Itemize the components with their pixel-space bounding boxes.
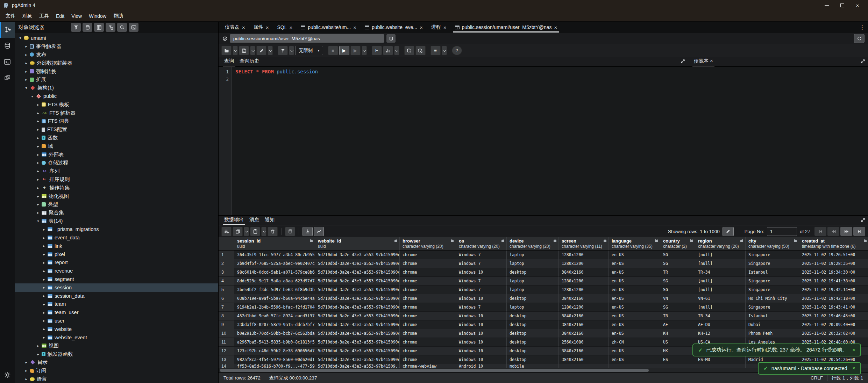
grid-cell[interactable]: laptop bbox=[507, 303, 559, 312]
tree-item[interactable]: ▸ 语言 bbox=[15, 375, 218, 383]
grid-cell[interactable]: desktop bbox=[507, 320, 559, 329]
sql-editor[interactable]: 1 2 SELECT * FROM public.session bbox=[219, 67, 688, 215]
grid-cell[interactable]: en-US bbox=[609, 277, 660, 286]
grid-cell[interactable]: Windows 7 bbox=[456, 286, 507, 294]
tree-item[interactable]: ▾ public bbox=[15, 92, 218, 101]
tree-expander-icon[interactable]: ▸ bbox=[41, 269, 47, 273]
grid-cell[interactable]: en-US bbox=[609, 312, 660, 320]
minimize-icon[interactable] bbox=[819, 0, 834, 10]
grid-cell[interactable]: AE bbox=[660, 320, 695, 329]
object-explorer-icon[interactable] bbox=[0, 22, 15, 38]
toast-close-icon[interactable]: × bbox=[852, 365, 855, 371]
document-tab[interactable]: SQL × bbox=[273, 22, 297, 33]
connection-selector[interactable]: public.session/umami/user_M5zbtY@nas bbox=[230, 34, 384, 43]
grid-cell[interactable]: Windows 7 bbox=[456, 303, 507, 312]
grid-cell[interactable]: en-US bbox=[609, 294, 660, 303]
grid-cell[interactable] bbox=[609, 364, 660, 368]
grid-cell[interactable]: 2b9d4f5f-7685-525a-abec-9e02407ca... bbox=[234, 259, 315, 268]
save-options-icon[interactable] bbox=[250, 46, 255, 55]
grid-cell[interactable]: Dubai bbox=[746, 320, 799, 329]
tree-expander-icon[interactable]: ▸ bbox=[23, 360, 29, 364]
grid-cell[interactable]: [null] bbox=[695, 277, 746, 286]
chart-icon[interactable] bbox=[314, 227, 324, 236]
grid-cell[interactable]: en-US bbox=[609, 251, 660, 259]
column-header[interactable]: browsercharacter varying (20) bbox=[400, 237, 456, 250]
tree-item[interactable]: ▸ 域 bbox=[15, 142, 218, 150]
grid-cell[interactable]: chrome bbox=[400, 347, 456, 355]
grid-cell[interactable]: 5d710dbd-3a2e-43e3-a553-97b415090c... bbox=[315, 259, 400, 268]
grid-cell[interactable]: ES bbox=[660, 355, 695, 364]
grid-cell[interactable]: 5d710dbd-3a2e-43e3-a553-97b415090c... bbox=[315, 355, 400, 364]
grid-icon[interactable] bbox=[94, 23, 104, 32]
grid-corner[interactable] bbox=[219, 237, 234, 250]
grid-cell[interactable]: 038b719e-89af-5b97-b60a-94cbe44af... bbox=[234, 294, 315, 303]
grid-cell[interactable]: SG bbox=[660, 259, 695, 268]
document-tab[interactable]: public.website_eve... × bbox=[361, 22, 427, 33]
tree-item[interactable]: ▸ 视图 bbox=[15, 341, 218, 350]
next-page-icon[interactable] bbox=[840, 227, 852, 236]
grid-cell[interactable]: 364c35f9-1fcc-5977-a3b4-80c7b955fb... bbox=[234, 251, 315, 259]
filter-icon[interactable] bbox=[71, 23, 81, 32]
menu-item[interactable]: Window bbox=[85, 10, 110, 21]
grid-cell[interactable]: 2025-11-02 19:43:41+00 bbox=[799, 303, 868, 312]
tree-expander-icon[interactable]: ▸ bbox=[23, 53, 29, 57]
grid-cell[interactable]: Istanbul bbox=[746, 312, 799, 320]
tree-expander-icon[interactable]: ▸ bbox=[35, 153, 41, 157]
tree-expander-icon[interactable]: ▾ bbox=[23, 86, 29, 90]
expand-icon[interactable] bbox=[861, 59, 865, 65]
tree-expander-icon[interactable]: ▸ bbox=[23, 61, 29, 65]
tree-expander-icon[interactable]: ▸ bbox=[41, 302, 47, 306]
edit-pen-icon[interactable] bbox=[256, 46, 266, 55]
grid-cell[interactable]: 2025-11-02 19:46:45+00 bbox=[799, 312, 868, 320]
tree-item[interactable]: ▸ + 操作符集 bbox=[15, 183, 218, 192]
grid-cell[interactable]: laptop bbox=[507, 277, 559, 286]
grid-cell[interactable]: chrome bbox=[400, 320, 456, 329]
grid-cell[interactable]: en-US bbox=[609, 320, 660, 329]
tree-expander-icon[interactable]: ▸ bbox=[41, 236, 47, 240]
tree-expander-icon[interactable]: ▸ bbox=[35, 194, 41, 198]
grid-cell[interactable]: desktop bbox=[507, 268, 559, 277]
execute-more-icon[interactable] bbox=[362, 46, 367, 55]
grid-cell[interactable]: laptop bbox=[507, 251, 559, 259]
tree-item[interactable]: ▸ session bbox=[15, 283, 218, 292]
paste-options-icon[interactable] bbox=[261, 227, 266, 236]
grid-cell[interactable]: en-US bbox=[609, 355, 660, 364]
grid-cell[interactable]: en-US bbox=[609, 347, 660, 355]
tree-expander-icon[interactable]: ▸ bbox=[35, 119, 41, 123]
tree-expander-icon[interactable]: ▸ bbox=[41, 335, 47, 339]
expand-icon[interactable] bbox=[681, 59, 685, 65]
grid-cell[interactable]: VN-61 bbox=[695, 294, 746, 303]
grid-cell[interactable]: 5d710dbd-3a2e-43e3-a553-97b415090c... bbox=[315, 312, 400, 320]
schema-diff-icon[interactable] bbox=[0, 70, 15, 86]
column-header[interactable]: regioncharacter varying (20) bbox=[695, 237, 746, 250]
tree-item[interactable]: ▸ FTS 词典 bbox=[15, 117, 218, 125]
grid-cell[interactable]: Windows 10 bbox=[456, 355, 507, 364]
grid-cell[interactable]: 5d710dbd-3a2e-43e3-a553-97b415090c... bbox=[315, 286, 400, 294]
tree-item[interactable]: ▸ link bbox=[15, 242, 218, 250]
grid-cell[interactable]: 3840x2160 bbox=[559, 329, 609, 338]
tab-messages[interactable]: 消息 bbox=[247, 215, 262, 225]
tree-expander-icon[interactable]: ▸ bbox=[41, 286, 47, 289]
row-limit-select[interactable]: 无限制 bbox=[295, 46, 323, 55]
grid-cell[interactable]: SG bbox=[660, 303, 695, 312]
tree-item[interactable]: ▸ segment bbox=[15, 275, 218, 283]
row-number[interactable]: 5 bbox=[219, 286, 234, 294]
grid-cell[interactable]: 3840x2160 bbox=[559, 355, 609, 364]
tree-item[interactable]: ▸ team bbox=[15, 300, 218, 309]
rollback-icon[interactable] bbox=[415, 46, 426, 55]
filter-grid-icon[interactable] bbox=[106, 23, 115, 32]
tree-item[interactable]: ▾ 表(14) bbox=[15, 217, 218, 225]
database-search-icon[interactable] bbox=[83, 23, 92, 32]
help-icon[interactable]: ? bbox=[452, 46, 462, 55]
grid-cell[interactable]: Windows 10 bbox=[456, 320, 507, 329]
grid-cell[interactable]: chrome bbox=[400, 355, 456, 364]
tree-expander-icon[interactable]: ▸ bbox=[35, 211, 41, 215]
column-header[interactable]: website_iduuid bbox=[315, 237, 400, 250]
grid-cell[interactable]: 5d710dbd-3a2e-43e3-a553-97b415090c... bbox=[315, 303, 400, 312]
grid-cell[interactable]: 1280x1200 bbox=[559, 286, 609, 294]
row-number[interactable]: 12 bbox=[219, 347, 234, 355]
tree-expander-icon[interactable]: ▸ bbox=[23, 44, 29, 48]
grid-cell[interactable]: chrome bbox=[400, 303, 456, 312]
tab-close-icon[interactable]: × bbox=[242, 24, 245, 30]
menu-item[interactable]: 文件 bbox=[2, 10, 19, 21]
